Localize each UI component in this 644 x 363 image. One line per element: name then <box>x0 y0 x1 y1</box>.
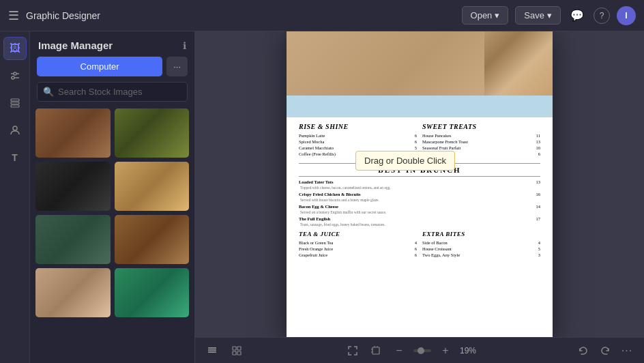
zoom-slider[interactable] <box>413 342 431 360</box>
sidebar-item-people[interactable] <box>3 119 27 142</box>
more-options-button[interactable]: ··· <box>618 342 636 360</box>
menu-item: Black or Green Tea4 <box>299 240 417 245</box>
menu-item-desc: Topped with cheese, bacon, caramelized o… <box>300 186 540 190</box>
menu-item: Caramel Macchiato5 <box>299 145 417 150</box>
svg-rect-15 <box>233 351 236 355</box>
menu-item: Mascarpone French Toast13 <box>422 139 540 144</box>
image-grid <box>30 108 194 363</box>
icon-sidebar: 🖼 T <box>0 31 30 363</box>
help-icon-btn[interactable]: ? <box>594 8 610 24</box>
svg-point-3 <box>12 76 14 79</box>
sweet-treats-title: SWEET TREATS <box>422 123 540 130</box>
tea-juice-title: TEA & JUICE <box>299 231 417 237</box>
svg-rect-10 <box>208 351 216 353</box>
rise-shine-title: RISE & SHINE <box>299 123 417 130</box>
menu-item: House Croissant5 <box>422 246 540 251</box>
redo-button[interactable] <box>596 342 614 360</box>
list-item[interactable] <box>115 215 190 264</box>
menu-item: Grapefruit Juice6 <box>299 252 417 257</box>
zoom-out-button[interactable]: − <box>390 342 408 360</box>
menu-item-desc: Toast, sausage, fried eggs, honey baked … <box>300 222 540 227</box>
menu-item: Spiced Mocha6 <box>299 139 417 144</box>
menu-item: Loaded Tater Tots13 <box>299 179 540 184</box>
app-title: Graphic Designer <box>26 10 455 21</box>
open-button[interactable]: Open ▾ <box>462 6 509 25</box>
zoom-level: 19% <box>460 346 476 355</box>
menu-document: RISE & SHINE Pumpkin Latte6 Spiced Mocha… <box>287 31 553 337</box>
layers-button[interactable] <box>203 342 221 360</box>
document-canvas[interactable]: RISE & SHINE Pumpkin Latte6 Spiced Mocha… <box>287 31 553 337</box>
zoom-in-button[interactable]: + <box>437 342 454 360</box>
save-button[interactable]: Save ▾ <box>515 6 561 25</box>
bottom-bar: − + 19% <box>195 337 644 363</box>
svg-rect-16 <box>237 351 241 355</box>
list-item[interactable] <box>35 108 111 158</box>
best-in-brunch-title: BEST IN BRUNCH <box>299 163 540 177</box>
menu-item: House Pancakes11 <box>422 133 540 138</box>
list-item[interactable] <box>115 108 190 158</box>
info-icon[interactable]: ℹ <box>183 40 186 51</box>
panel: Image Manager ℹ Computer ··· 🔍 <box>30 31 195 363</box>
list-item[interactable] <box>115 162 190 211</box>
menu-item: Fresh Orange Juice6 <box>299 246 417 251</box>
menu-item-desc: Served on a buttery English muffin with … <box>300 210 540 214</box>
list-item[interactable] <box>35 215 111 264</box>
panel-header: Image Manager ℹ <box>30 31 194 57</box>
panel-title: Image Manager <box>38 40 113 51</box>
panel-actions: Computer ··· <box>30 57 194 82</box>
grid-button[interactable] <box>228 342 246 360</box>
menu-item: Side of Bacon4 <box>422 240 540 245</box>
extra-bites-title: EXTRA BITES <box>422 231 540 237</box>
sidebar-item-text[interactable]: T <box>3 146 27 169</box>
search-input[interactable] <box>58 87 181 97</box>
main-area: 🖼 T <box>0 31 644 363</box>
fit-button[interactable] <box>344 342 362 360</box>
sidebar-item-layers[interactable] <box>3 91 27 115</box>
chat-icon-btn[interactable]: 💬 <box>568 6 587 25</box>
menu-item: Crispy Fried Chicken & Biscuits16 <box>299 192 540 197</box>
menu-item: Seasonal Fruit Parfait10 <box>422 145 540 150</box>
menu-content: RISE & SHINE Pumpkin Latte6 Spiced Mocha… <box>287 117 553 337</box>
computer-button[interactable]: Computer <box>37 57 162 76</box>
bottom-left <box>203 342 246 360</box>
menu-item-desc: Served with house biscuits and a honey m… <box>300 198 540 202</box>
svg-rect-8 <box>11 105 19 107</box>
svg-rect-14 <box>237 347 241 350</box>
list-item[interactable] <box>35 268 111 317</box>
bottom-right: ··· <box>574 342 636 360</box>
menu-item: Coffee (Free Refills)4 <box>299 151 417 156</box>
search-bar: 🔍 <box>37 82 188 102</box>
more-options-button[interactable]: ··· <box>166 57 188 76</box>
menu-item: Bacon Egg & Cheese14 <box>299 204 540 209</box>
avatar[interactable]: I <box>617 6 636 25</box>
svg-rect-17 <box>372 347 379 354</box>
svg-point-9 <box>13 126 17 130</box>
undo-button[interactable] <box>574 342 592 360</box>
menu-item: The Full English17 <box>299 216 540 221</box>
list-item[interactable] <box>115 268 190 317</box>
menu-item: Pumpkin Latte6 <box>299 133 417 138</box>
canvas-area: Drag or Double Click RISE & SHINE <box>195 31 644 363</box>
preview-food-image <box>484 31 553 96</box>
search-icon: 🔍 <box>43 87 54 97</box>
crop-button[interactable] <box>367 342 385 360</box>
svg-rect-12 <box>208 347 216 349</box>
menu-icon[interactable]: ☰ <box>8 8 19 23</box>
topbar-right: 💬 ? I <box>568 6 636 25</box>
canvas-inner[interactable]: Drag or Double Click RISE & SHINE <box>195 31 644 337</box>
svg-point-0 <box>14 72 16 75</box>
svg-rect-7 <box>11 102 19 104</box>
svg-rect-13 <box>233 347 236 350</box>
list-item[interactable] <box>35 162 111 211</box>
svg-rect-6 <box>11 99 19 101</box>
sidebar-item-filters[interactable] <box>3 64 27 87</box>
menu-item: Coffee Cake6 <box>422 151 540 156</box>
bottom-center: − + 19% <box>344 342 476 360</box>
topbar: ☰ Graphic Designer Open ▾ Save ▾ 💬 ? I <box>0 0 644 31</box>
menu-blue-band <box>287 96 553 117</box>
menu-item: Two Eggs, Any Style3 <box>422 252 540 257</box>
menu-top-photo <box>287 31 553 96</box>
svg-rect-11 <box>208 349 216 351</box>
sidebar-item-images[interactable]: 🖼 <box>3 37 27 60</box>
